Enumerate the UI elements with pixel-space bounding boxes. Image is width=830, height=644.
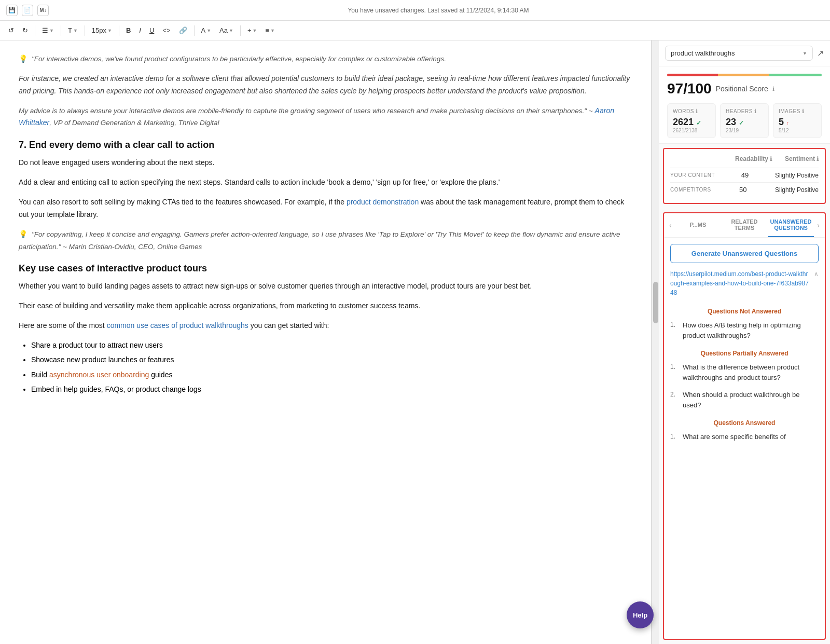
headers-check-icon: ✓ — [739, 119, 744, 127]
underline-button[interactable]: U — [146, 25, 157, 36]
words-label: WORDS — [673, 108, 694, 114]
list-item-1: Share a product tour to attract new user… — [31, 339, 632, 351]
images-metric: IMAGES ℹ 5 ↑ 5/12 — [773, 103, 822, 138]
product-demo-link[interactable]: product demonstration — [347, 198, 419, 206]
tip-quote-para: 💡 "For copywriting, I keep it concise an… — [19, 228, 632, 253]
save-file-icon[interactable]: 💾 — [6, 5, 18, 16]
readability-col-label: Readability ℹ — [735, 155, 772, 162]
cta-para-2: Add a clear and enticing call to action … — [19, 176, 632, 189]
questions-section: ‹ P...MS RELATED TERMS UNANSWERED QUESTI… — [663, 212, 826, 640]
doc-icon[interactable]: 📄 — [22, 5, 33, 16]
q-not-answered-1: 1. How does A/B testing help in optimizi… — [664, 318, 825, 346]
dropdown-chevron-icon: ▼ — [803, 51, 807, 56]
collapse-icon[interactable]: ∧ — [814, 270, 819, 278]
heading-cta: 7. End every demo with a clear call to a… — [19, 140, 632, 150]
author-para: My advice is to always ensure your inter… — [19, 105, 632, 130]
headers-info-icon[interactable]: ℹ — [754, 108, 757, 115]
para-1: For instance, we created an interactive … — [19, 73, 632, 98]
use-case-list: Share a product tour to attract new user… — [31, 339, 632, 395]
cta-para-3: You can also resort to soft selling by m… — [19, 196, 632, 221]
score-info-icon[interactable]: ℹ — [772, 86, 774, 92]
score-label: Positional Score — [716, 85, 768, 93]
cta-para-1: Do not leave engaged users wondering abo… — [19, 157, 632, 169]
usecases-para-1: Whether you want to build landing pages … — [19, 280, 632, 293]
images-target: 5/12 — [779, 128, 816, 133]
right-panel: product walkthroughs ▼ ↗ 97/100 Position… — [659, 40, 830, 644]
heading-usecases: Key use cases of interactive product tou… — [19, 263, 632, 274]
share-icon[interactable]: ↗ — [817, 48, 824, 58]
source-url-header: https://userpilot.medium.com/best-produc… — [670, 269, 819, 299]
answered-label[interactable]: Questions Answered — [664, 419, 825, 427]
keyword-dropdown[interactable]: product walkthroughs ▼ — [665, 46, 813, 61]
walkthroughs-link[interactable]: common use cases of product walkthroughs — [107, 321, 248, 330]
editor-content: 💡 "For interactive demos, we've found pr… — [19, 53, 632, 395]
tab-unanswered-questions[interactable]: UNANSWERED QUESTIONS — [768, 213, 814, 237]
list-item-4: Embed in help guides, FAQs, or product c… — [31, 383, 632, 395]
metrics-grid: WORDS ℹ 2621 ✓ 2621/2138 HEADERS ℹ — [667, 103, 822, 138]
code-button[interactable]: <> — [159, 25, 173, 36]
questions-tabs: ‹ P...MS RELATED TERMS UNANSWERED QUESTI… — [664, 213, 825, 238]
sentiment-info-icon[interactable]: ℹ — [817, 156, 819, 162]
highlight-button[interactable]: Aa ▼ — [216, 25, 237, 36]
images-info-icon[interactable]: ℹ — [802, 108, 805, 115]
align-button[interactable]: ☰ ▼ — [39, 25, 57, 36]
q-partial-1: 1. What is the difference between produc… — [664, 360, 825, 388]
italic-button[interactable]: I — [136, 25, 144, 36]
your-content-score: 49 — [741, 171, 749, 179]
keyword-row: product walkthroughs ▼ ↗ — [659, 40, 830, 66]
competitors-sentiment: Slightly Positive — [775, 186, 819, 194]
tab-prev[interactable]: P...MS — [675, 216, 722, 234]
q-answered-1: 1. What are some specific benefits of — [664, 430, 825, 447]
redo-button[interactable]: ↻ — [19, 25, 31, 36]
markdown-icon[interactable]: M↓ — [37, 5, 49, 16]
source-url-container: https://userpilot.medium.com/best-produc… — [664, 269, 825, 304]
generate-questions-button[interactable]: Generate Unanswered Questions — [670, 244, 819, 263]
source-url-link[interactable]: https://userpilot.medium.com/best-produc… — [670, 269, 811, 297]
bold-button[interactable]: B — [123, 25, 134, 36]
link-button[interactable]: 🔗 — [176, 25, 190, 36]
your-content-sentiment: Slightly Positive — [775, 172, 819, 179]
not-answered-label[interactable]: Questions Not Answered — [664, 308, 825, 315]
partially-answered-label[interactable]: Questions Partially Answered — [664, 350, 825, 357]
save-status: You have unsaved changes. Last saved at … — [348, 7, 529, 14]
readability-info-icon[interactable]: ℹ — [770, 156, 772, 162]
onboarding-link[interactable]: asynchronous user onboarding — [49, 371, 149, 379]
q-partial-2: 2. When should a product walkthrough be … — [664, 388, 825, 415]
scrollbar-thumb[interactable] — [653, 282, 658, 323]
font-type-button[interactable]: T ▼ — [65, 25, 81, 36]
competitors-row: COMPETITORS 50 Slightly Positive — [670, 183, 819, 197]
text-align-button[interactable]: ≡ ▼ — [262, 25, 278, 36]
words-check-icon: ✓ — [696, 119, 701, 127]
sentiment-col-label: Sentiment ℹ — [785, 155, 819, 162]
words-info-icon[interactable]: ℹ — [696, 108, 698, 115]
score-gradient-bar — [667, 74, 822, 76]
font-size-button[interactable]: 15px ▼ — [89, 25, 115, 36]
help-fab-button[interactable]: Help — [627, 601, 654, 628]
list-item-2: Showcase new product launches or feature… — [31, 354, 632, 365]
tab-related-terms[interactable]: RELATED TERMS — [721, 213, 768, 237]
images-value: 5 ↑ — [779, 117, 816, 128]
readability-section: Readability ℹ Sentiment ℹ YOUR CONTENT 4… — [663, 148, 826, 204]
words-target: 2621/2138 — [673, 128, 710, 133]
words-metric: WORDS ℹ 2621 ✓ 2621/2138 — [667, 103, 716, 138]
bulb-icon: 💡 — [19, 54, 27, 63]
words-value: 2621 ✓ — [673, 117, 710, 128]
score-section: 97/100 Positional Score ℹ WORDS ℹ 2621 ✓… — [659, 66, 830, 144]
top-toolbar: 💾 📄 M↓ You have unsaved changes. Last sa… — [0, 0, 830, 21]
competitors-score: 50 — [739, 186, 746, 194]
score-row: 97/100 Positional Score ℹ — [667, 80, 822, 97]
font-color-button[interactable]: A ▼ — [198, 25, 215, 36]
read-header: Readability ℹ Sentiment ℹ — [670, 155, 819, 162]
competitors-label: COMPETITORS — [670, 187, 711, 193]
quote-para-1: 💡 "For interactive demos, we've found pr… — [19, 53, 632, 65]
editor-area[interactable]: 💡 "For interactive demos, we've found pr… — [0, 40, 652, 644]
undo-button[interactable]: ↺ — [5, 25, 17, 36]
images-arrow-icon: ↑ — [786, 120, 789, 126]
headers-label: HEADERS — [726, 108, 753, 114]
images-label: IMAGES — [779, 108, 800, 114]
editor-scrollbar[interactable] — [652, 40, 659, 644]
tab-prev-nav[interactable]: ‹ — [666, 217, 675, 234]
tab-next-nav[interactable]: › — [814, 217, 823, 234]
insert-button[interactable]: + ▼ — [244, 25, 260, 36]
headers-value: 23 ✓ — [726, 117, 763, 128]
